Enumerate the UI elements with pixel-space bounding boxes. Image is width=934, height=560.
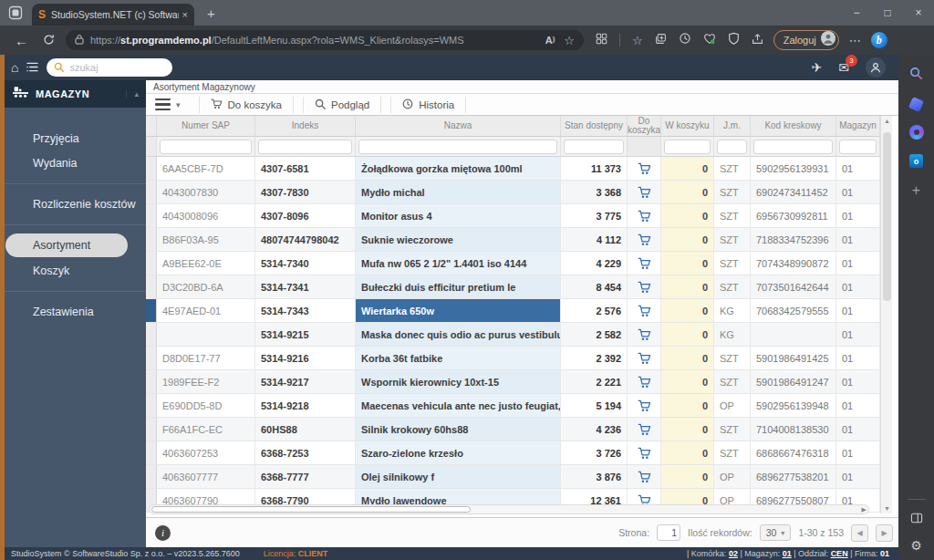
address-bar[interactable]: https://st.programdemo.pl/DefaultLeftMen…	[66, 30, 584, 50]
cell-kod-kreskowy[interactable]: 5902956139948	[751, 394, 836, 417]
cell-numer-sap[interactable]: 4043008096	[157, 204, 255, 227]
browser-menu-icon[interactable]: ⋯	[849, 34, 862, 47]
table-row[interactable]: 4E97AED-015314-7343Wiertarka 650w2 5760K…	[146, 299, 880, 323]
split-screen-icon[interactable]	[910, 511, 923, 527]
cell-nazwa[interactable]: Wspornik kierownicy 10xt-15	[356, 370, 561, 393]
row-selector[interactable]	[146, 228, 157, 251]
cell-magazyn[interactable]: 01	[836, 441, 880, 464]
table-row[interactable]: 40636072536368-7253Szaro-zielone krzesło…	[146, 441, 880, 465]
search-input[interactable]	[69, 62, 151, 73]
cell-jm[interactable]: SZT	[714, 275, 751, 298]
sidebar-item-koszyk[interactable]: Koszyk	[0, 259, 146, 283]
row-selector[interactable]	[146, 465, 157, 488]
favorites-bar-icon[interactable]: ☆	[632, 34, 643, 47]
cell-magazyn[interactable]: 01	[836, 465, 880, 488]
filter-input-w-koszyku[interactable]	[664, 140, 711, 154]
cell-indeks[interactable]: 5314-9218	[255, 394, 356, 417]
row-selector[interactable]	[146, 441, 157, 464]
column-header-indeks[interactable]: Indeks	[255, 116, 356, 136]
next-page-button[interactable]: ▶	[876, 524, 893, 542]
cell-numer-sap[interactable]: D8D0E17-77	[157, 347, 255, 369]
cell-stan-dostepny[interactable]: 5 194	[561, 394, 628, 417]
page-size-select[interactable]: 30▾	[760, 524, 792, 541]
shopping-icon[interactable]	[908, 97, 924, 112]
cell-stan-dostepny[interactable]: 3 876	[561, 465, 628, 488]
cell-numer-sap[interactable]: 4E97AED-01	[157, 299, 255, 322]
table-row[interactable]: 5314-9215Maska donec quis odio ac purus …	[146, 323, 880, 347]
add-to-cart-button[interactable]	[638, 423, 651, 436]
add-to-cart-button[interactable]	[638, 305, 651, 317]
sidebar-item-rozliczenie-kosztów[interactable]: Rozliczenie kosztów	[0, 192, 146, 216]
column-header-nazwa[interactable]: Nazwa	[356, 116, 561, 136]
sidebar-item-zestawienia[interactable]: Zestawienia	[0, 300, 146, 324]
cell-stan-dostepny[interactable]: 2 582	[561, 323, 628, 346]
lock-icon[interactable]	[75, 34, 84, 47]
cell-indeks[interactable]: 48074744798042	[255, 228, 356, 251]
extensions-icon[interactable]	[596, 32, 607, 48]
cell-indeks[interactable]: 4307-8096	[255, 204, 356, 227]
column-header-do-koszyka[interactable]: Do koszyka	[628, 116, 661, 136]
column-header-j-m[interactable]: J.m.	[714, 116, 751, 136]
row-selector[interactable]	[146, 347, 157, 369]
cell-indeks[interactable]: 5314-7341	[255, 275, 356, 298]
cell-magazyn[interactable]: 01	[836, 228, 880, 251]
sidebar-item-przyjęcia[interactable]: Przyjęcia	[0, 127, 146, 150]
historia-button[interactable]: Historia	[390, 97, 466, 113]
favorite-star-icon[interactable]: ☆	[564, 34, 575, 47]
cell-indeks[interactable]: 5314-9215	[255, 323, 356, 346]
filter-input-j-m[interactable]	[717, 140, 747, 154]
cell-w-koszyku[interactable]: 0	[661, 228, 714, 251]
filter-input-kod-kreskowy[interactable]	[753, 140, 833, 154]
cell-numer-sap[interactable]: 4063607777	[157, 465, 255, 488]
row-selector[interactable]	[146, 252, 157, 275]
cell-numer-sap[interactable]: B86F03A-95	[157, 228, 255, 251]
cell-jm[interactable]: KG	[714, 299, 751, 322]
add-to-cart-button[interactable]	[638, 233, 651, 246]
cell-kod-kreskowy[interactable]: 5901986491425	[751, 347, 836, 369]
cell-jm[interactable]: OP	[714, 394, 751, 417]
cell-numer-sap[interactable]: 4043007830	[157, 181, 255, 203]
cell-numer-sap[interactable]: D3C20BD-6A	[157, 275, 255, 298]
add-to-cart-button[interactable]	[638, 376, 651, 389]
table-row[interactable]: D3C20BD-6A5314-7341Bułeczki duis efficit…	[146, 275, 880, 299]
cell-magazyn[interactable]: 01	[836, 370, 880, 393]
filter-input-magazyn[interactable]	[839, 140, 877, 154]
cell-jm[interactable]: SZT	[714, 204, 751, 227]
add-to-cart-button[interactable]	[638, 399, 651, 412]
grid-menu-button[interactable]: ▾	[153, 99, 190, 111]
sidebar-header[interactable]: MAGAZYN ▴	[0, 80, 146, 108]
cell-magazyn[interactable]: 01	[836, 323, 880, 346]
cell-nazwa[interactable]: Monitor asus 4	[356, 204, 561, 227]
table-row[interactable]: 6AA5CBF-7D4307-6581Żołądkowa gorzka mięt…	[146, 157, 880, 181]
cell-w-koszyku[interactable]: 0	[661, 252, 714, 275]
column-header-numer-sap[interactable]: Numer SAP	[157, 116, 255, 136]
app-search[interactable]	[47, 58, 172, 77]
cell-kod-kreskowy[interactable]: 7188334752396	[751, 228, 836, 251]
cell-magazyn[interactable]: 01	[836, 157, 880, 180]
cell-stan-dostepny[interactable]: 2 576	[561, 299, 628, 322]
cell-nazwa[interactable]: Olej silnikowy f	[356, 465, 561, 488]
cell-w-koszyku[interactable]: 0	[661, 418, 714, 441]
window-maximize-button[interactable]: □	[872, 0, 903, 26]
cell-nazwa[interactable]: Szaro-zielone krzesło	[356, 441, 561, 464]
vertical-scrollbar[interactable]: ▲ ▼	[880, 116, 892, 513]
cell-w-koszyku[interactable]: 0	[661, 323, 714, 346]
cell-magazyn[interactable]: 01	[836, 299, 880, 322]
cell-nazwa[interactable]: Silnik krokowy 60hs88	[356, 418, 561, 441]
cell-magazyn[interactable]: 01	[836, 394, 880, 417]
cell-indeks[interactable]: 5314-9217	[255, 370, 356, 393]
cell-indeks[interactable]: 4307-6581	[255, 157, 356, 180]
cell-jm[interactable]: SZT	[714, 370, 751, 393]
add-to-cart-button[interactable]	[638, 281, 651, 294]
cell-stan-dostepny[interactable]: 2 392	[561, 347, 628, 369]
microsoft-365-icon[interactable]	[909, 125, 924, 140]
cell-nazwa[interactable]: Mydło michal	[356, 181, 561, 203]
cell-stan-dostepny[interactable]: 4 236	[561, 418, 628, 441]
cell-w-koszyku[interactable]: 0	[661, 204, 714, 227]
cell-stan-dostepny[interactable]: 4 229	[561, 252, 628, 275]
cell-magazyn[interactable]: 01	[836, 181, 880, 203]
cell-jm[interactable]: SZT	[714, 157, 751, 180]
filter-input-numer-sap[interactable]	[160, 140, 252, 154]
table-row[interactable]: F66A1FC-EC60HS88Silnik krokowy 60hs884 2…	[146, 418, 880, 441]
filter-input-nazwa[interactable]	[358, 140, 557, 154]
